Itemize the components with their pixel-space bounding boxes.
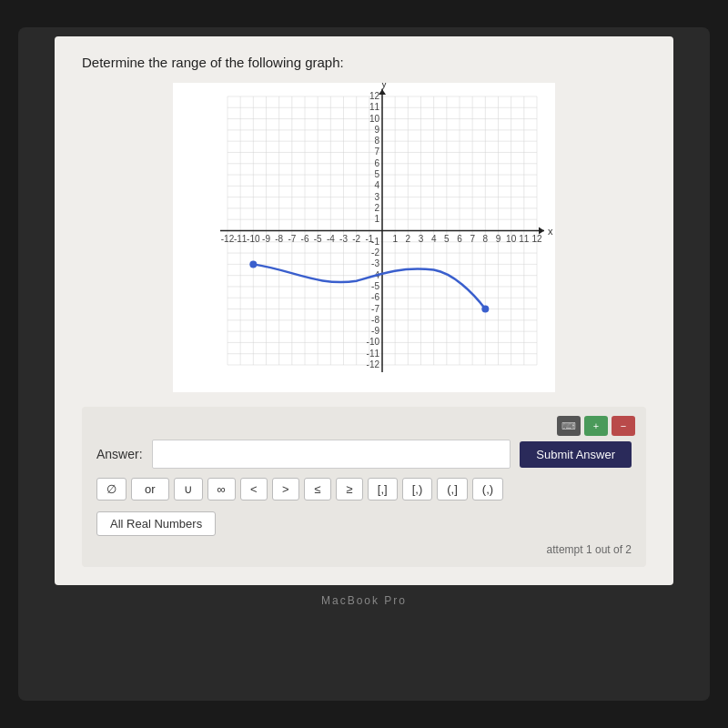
symbol-less-equal[interactable]: ≤	[304, 478, 331, 500]
all-real-numbers-button[interactable]: All Real Numbers	[96, 511, 216, 536]
symbol-greater-equal[interactable]: ≥	[336, 478, 363, 500]
symbol-row: ∅ or ∪ ∞ < > ≤ ≥ [,] [,) (,] (,)	[96, 478, 632, 500]
symbol-paren-right[interactable]: (,]	[437, 478, 468, 500]
minus-icon[interactable]: −	[612, 416, 635, 436]
submit-button[interactable]: Submit Answer	[520, 441, 632, 468]
add-icon[interactable]: +	[584, 416, 608, 436]
attempt-text: attempt 1 out of 2	[96, 543, 632, 556]
symbol-less-than[interactable]: <	[240, 478, 268, 500]
symbol-paren-both[interactable]: (,)	[472, 478, 503, 500]
symbol-greater-than[interactable]: >	[272, 478, 299, 500]
question-title: Determine the range of the following gra…	[82, 55, 646, 70]
symbol-union[interactable]: ∪	[174, 478, 203, 500]
all-real-row: All Real Numbers	[96, 506, 632, 536]
symbol-bracket-both[interactable]: [,]	[368, 478, 398, 500]
symbol-infinity[interactable]: ∞	[207, 478, 236, 500]
top-icons: ⌨ + −	[557, 416, 635, 436]
answer-row: Answer: Submit Answer	[96, 440, 632, 469]
symbol-empty-set[interactable]: ∅	[96, 478, 126, 500]
macbook-label: MacBook Pro	[321, 594, 407, 607]
content-area: Determine the range of the following gra…	[55, 36, 673, 585]
symbol-bracket-left[interactable]: [,)	[402, 478, 433, 500]
answer-label: Answer:	[96, 447, 143, 461]
symbol-or[interactable]: or	[131, 478, 169, 500]
graph-container	[82, 83, 646, 392]
keyboard-icon[interactable]: ⌨	[557, 416, 581, 436]
answer-section: ⌨ + − Answer: Submit Answer ∅ or ∪ ∞ < >…	[82, 407, 646, 567]
answer-input[interactable]	[152, 440, 511, 469]
